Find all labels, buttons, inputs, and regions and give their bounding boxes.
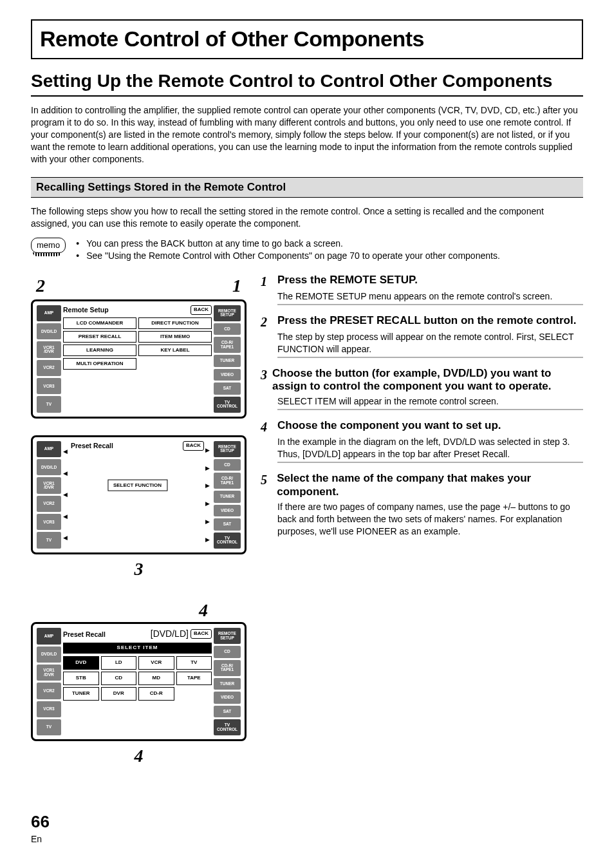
side-btn-cdr[interactable]: CD-R/ TAPE1	[214, 473, 241, 489]
lcd-btn-multi-operation[interactable]: MULTI OPERATION	[63, 358, 136, 370]
lcd-btn-lcd-commander[interactable]: LCD COMMANDER	[63, 317, 136, 329]
side-btn-amp[interactable]: AMP	[37, 441, 61, 457]
lcd-bracket: [DVD/LD]	[151, 628, 189, 640]
side-btn-video[interactable]: VIDEO	[214, 369, 241, 381]
diagram-remote-setup: 2 1 AMP DVD/LD VCR1 /DVR VCR2 VCR3 TV	[31, 274, 247, 419]
item-md[interactable]: MD	[138, 672, 174, 685]
side-btn-cd[interactable]: CD	[214, 323, 241, 335]
memo-block: memo You can press the BACK button at an…	[31, 238, 583, 262]
title-bar: Remote Control of Other Components	[31, 19, 583, 59]
step-desc: SELECT ITEM will appear in the remote co…	[277, 395, 583, 408]
callout-1: 1	[232, 274, 241, 298]
memo-badge: memo	[31, 238, 66, 253]
intro-paragraph: In addition to controlling the amplifier…	[31, 104, 583, 165]
step-number: 4	[261, 420, 272, 433]
step-title: Choose the button (for example, DVD/LD) …	[272, 367, 583, 393]
lcd-btn-key-label[interactable]: KEY LABEL	[138, 344, 212, 356]
side-btn-amp[interactable]: AMP	[37, 305, 61, 321]
item-tape[interactable]: TAPE	[176, 672, 212, 685]
lcd-title: Remote Setup	[63, 305, 188, 314]
item-cd[interactable]: CD	[101, 672, 137, 685]
side-btn-tvcontrol[interactable]: TV CONTROL	[214, 397, 241, 413]
back-button[interactable]: BACK	[191, 629, 212, 639]
side-btn-vcr3[interactable]: VCR3	[37, 701, 61, 717]
lcd-btn-item-memo[interactable]: ITEM MEMO	[138, 331, 212, 343]
lcd-btn-learning[interactable]: LEARNING	[63, 344, 136, 356]
side-btn-tuner[interactable]: TUNER	[214, 678, 241, 690]
side-btn-tv[interactable]: TV	[37, 396, 61, 412]
item-cdr[interactable]: CD-R	[138, 687, 174, 701]
side-btn-dvdld[interactable]: DVD/LD	[37, 323, 61, 339]
side-btn-tuner[interactable]: TUNER	[214, 355, 241, 367]
select-item-bar: SELECT ITEM	[63, 643, 212, 654]
side-btn-cdr[interactable]: CD-R/ TAPE1	[214, 337, 241, 353]
item-ld[interactable]: LD	[101, 656, 137, 670]
side-btn-remote-setup[interactable]: REMOTE SETUP	[214, 441, 241, 457]
step-number: 1	[261, 275, 272, 288]
back-button[interactable]: BACK	[191, 305, 212, 315]
side-btn-sat[interactable]: SAT	[214, 382, 241, 395]
sub-intro-paragraph: The following steps show you how to reca…	[31, 205, 583, 230]
side-btn-vcr3[interactable]: VCR3	[37, 514, 61, 530]
callout-3: 3	[135, 559, 144, 579]
divider	[277, 409, 583, 410]
steps-column: 1 Press the REMOTE SETUP. The REMOTE SET…	[261, 274, 583, 785]
side-btn-cd[interactable]: CD	[214, 646, 241, 658]
step-title: Select the name of the company that make…	[277, 472, 583, 498]
divider	[277, 357, 583, 358]
step-number: 2	[261, 316, 272, 328]
side-btn-vcr3[interactable]: VCR3	[37, 378, 61, 394]
sub-heading: Recalling Settings Stored in the Remote …	[31, 177, 583, 198]
step-desc: In the example in the diagram on the lef…	[277, 436, 583, 460]
side-btn-video[interactable]: VIDEO	[214, 692, 241, 704]
side-btn-remote-setup[interactable]: REMOTE SETUP	[214, 628, 241, 644]
back-button[interactable]: BACK	[183, 441, 204, 451]
side-btn-vcr2[interactable]: VCR2	[37, 496, 61, 512]
side-btn-sat[interactable]: SAT	[214, 706, 241, 718]
side-btn-tv[interactable]: TV	[37, 719, 61, 735]
item-stb[interactable]: STB	[63, 672, 99, 685]
page-lang: En	[31, 833, 583, 845]
callout-4-top: 4	[199, 600, 208, 620]
side-btn-sat[interactable]: SAT	[214, 518, 241, 531]
side-btn-dvdld[interactable]: DVD/LD	[37, 459, 61, 475]
step-number: 3	[261, 368, 267, 381]
memo-item: You can press the BACK button at any tim…	[76, 238, 500, 250]
section-heading: Setting Up the Remote Control to Control…	[31, 71, 583, 97]
side-btn-amp[interactable]: AMP	[37, 628, 61, 644]
item-dvr[interactable]: DVR	[101, 687, 137, 701]
side-btn-vcr1[interactable]: VCR1 /DVR	[37, 477, 61, 493]
side-btn-vcr2[interactable]: VCR2	[37, 360, 61, 376]
side-btn-tvcontrol[interactable]: TV CONTROL	[214, 719, 241, 735]
item-tuner[interactable]: TUNER	[63, 687, 99, 701]
side-btn-cd[interactable]: CD	[214, 459, 241, 471]
item-dvd[interactable]: DVD	[63, 656, 99, 670]
side-btn-dvdld[interactable]: DVD/LD	[37, 646, 61, 663]
item-vcr[interactable]: VCR	[138, 656, 174, 670]
divider	[277, 304, 583, 305]
side-btn-tv[interactable]: TV	[37, 532, 61, 548]
side-btn-video[interactable]: VIDEO	[214, 505, 241, 517]
lcd-title: Preset Recall	[71, 441, 180, 450]
lcd-btn-preset-recall[interactable]: PRESET RECALL	[63, 331, 136, 343]
callout-4-bottom: 4	[135, 746, 144, 766]
item-tv[interactable]: TV	[176, 656, 212, 670]
arrow-left-col: ◀◀◀◀◀	[63, 441, 70, 549]
step-desc: If there are two pages of company names,…	[277, 501, 583, 538]
step-title: Press the PRESET RECALL button on the re…	[277, 314, 576, 327]
side-btn-remote-setup[interactable]: REMOTE SETUP	[214, 305, 241, 321]
side-btn-vcr2[interactable]: VCR2	[37, 683, 61, 699]
select-function-label: SELECT FUNCTION	[107, 479, 167, 491]
page-footer: 66 En	[31, 811, 583, 845]
side-btn-vcr1[interactable]: VCR1 /DVR	[37, 665, 61, 681]
memo-item: See "Using the Remote Control with Other…	[76, 250, 500, 262]
lcd-btn-direct-function[interactable]: DIRECT FUNCTION	[138, 317, 212, 329]
step-title: Press the REMOTE SETUP.	[277, 274, 418, 287]
memo-list: You can press the BACK button at any tim…	[73, 238, 500, 262]
step-number: 5	[261, 473, 272, 486]
side-btn-vcr1[interactable]: VCR1 /DVR	[37, 341, 61, 357]
lcd-title: Preset Recall	[63, 630, 149, 639]
side-btn-tuner[interactable]: TUNER	[214, 491, 241, 503]
side-btn-tvcontrol[interactable]: TV CONTROL	[214, 533, 241, 549]
side-btn-cdr[interactable]: CD-R/ TAPE1	[214, 660, 241, 676]
